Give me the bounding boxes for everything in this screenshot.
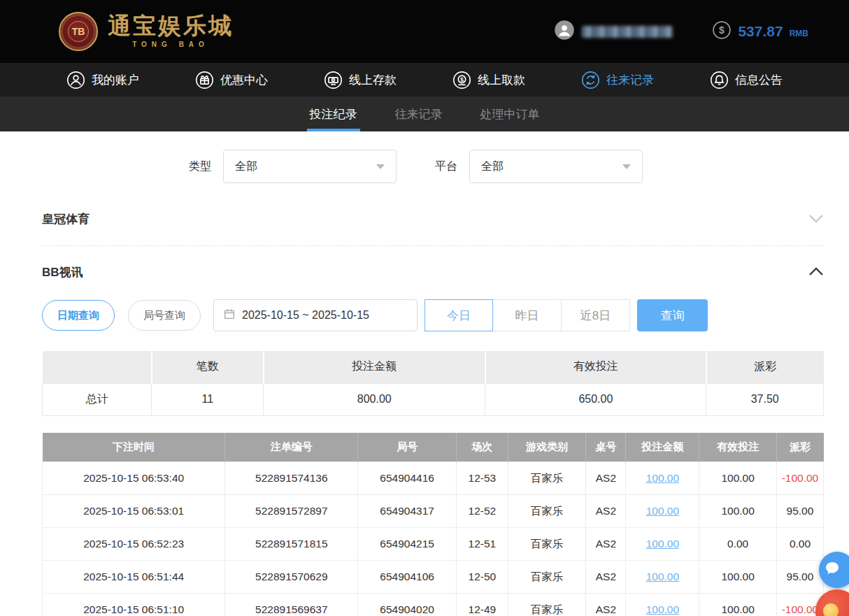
type-select-value: 全部 <box>235 159 257 174</box>
nav-item-label: 往来记录 <box>606 72 654 88</box>
bet-amount-link[interactable]: 100.00 <box>646 472 679 484</box>
nav-item-promotions[interactable]: 优惠中心 <box>195 71 268 89</box>
header-session: 场次 <box>457 433 508 462</box>
payout-value: 95.00 <box>787 505 814 517</box>
logo-title: 通宝娱乐城 <box>108 15 234 38</box>
payout-cell: 0.00 <box>776 528 823 561</box>
header-bet-amount: 投注金额 <box>626 433 699 462</box>
tab-transaction-records[interactable]: 往来记录 <box>392 96 445 131</box>
bet-time-cell: 2025-10-15 06:52:23 <box>43 528 225 561</box>
header-table-no: 桌号 <box>586 433 626 462</box>
tab-betting-records[interactable]: 投注纪录 <box>307 96 360 131</box>
today-button[interactable]: 今日 <box>424 299 493 331</box>
date-range-value: 2025-10-15 ~ 2025-10-15 <box>242 309 369 322</box>
bet-amount-link[interactable]: 100.00 <box>646 571 679 582</box>
betting-header-row: 下注时间 注单编号 局号 场次 游戏类别 桌号 投注金额 有效投注 派彩 <box>43 433 824 462</box>
platform-select-value: 全部 <box>481 159 504 174</box>
summary-header-valid-bet: 有效投注 <box>485 351 706 383</box>
section-bb-video[interactable]: BB视讯 <box>42 264 824 280</box>
balance[interactable]: $ 537.87 RMB <box>712 20 808 43</box>
summary-payout-value: 37.50 <box>706 383 824 415</box>
session-cell: 12-50 <box>457 561 508 594</box>
date-shortcut-group: 今日 昨日 近8日 <box>424 299 630 331</box>
nav-item-withdraw[interactable]: $ 线上取款 <box>452 71 525 89</box>
platform-select[interactable]: 全部 <box>469 150 643 183</box>
payout-cell: 95.00 <box>776 561 823 594</box>
section-crown-sports[interactable]: 皇冠体育 <box>42 211 824 246</box>
bet-time-cell: 2025-10-15 06:51:10 <box>43 594 225 616</box>
bet-id-cell: 522891570629 <box>225 561 358 594</box>
summary-valid-bet-value: 650.00 <box>485 383 706 415</box>
round-query-button[interactable]: 局号查询 <box>128 300 201 331</box>
coin-icon <box>823 603 839 616</box>
bet-amount-link[interactable]: 100.00 <box>646 505 679 517</box>
round-query-label: 局号查询 <box>143 309 185 322</box>
section-title: BB视讯 <box>42 264 83 280</box>
nav-item-my-account[interactable]: 我的账户 <box>66 71 139 89</box>
last8days-button[interactable]: 近8日 <box>562 299 630 331</box>
game-type-cell: 百家乐 <box>508 561 586 594</box>
date-query-label: 日期查询 <box>57 309 99 322</box>
session-cell: 12-52 <box>457 495 508 528</box>
yesterday-button[interactable]: 昨日 <box>493 299 562 331</box>
site-logo[interactable]: TB 通宝娱乐城 TONG BAO <box>59 12 234 51</box>
bet-amount-cell: 100.00 <box>626 528 699 561</box>
summary-total-row: 总计 11 800.00 650.00 37.50 <box>43 383 824 415</box>
main-nav: 我的账户 优惠中心 线上存款 $ 线上取款 往来记录 <box>0 63 849 96</box>
section-title: 皇冠体育 <box>42 211 90 227</box>
tab-processing-orders[interactable]: 处理中订单 <box>478 96 543 131</box>
svg-text:$: $ <box>720 24 725 36</box>
payout-value: 95.00 <box>787 571 814 582</box>
chat-float-button[interactable] <box>819 552 849 588</box>
valid-bet-cell: 0.00 <box>699 528 777 561</box>
nav-item-label: 线上存款 <box>349 72 397 88</box>
nav-item-transfer-records[interactable]: 往来记录 <box>581 71 654 89</box>
bet-id-cell: 522891572897 <box>225 495 358 528</box>
summary-header-empty <box>43 351 152 383</box>
dollar-icon: $ <box>712 20 732 43</box>
bet-time-cell: 2025-10-15 06:53:40 <box>43 462 225 495</box>
bet-time-cell: 2025-10-15 06:53:01 <box>43 495 225 528</box>
main-content: 类型 全部 平台 全部 皇冠体育 BB视讯 <box>0 150 849 616</box>
bet-amount-link[interactable]: 100.00 <box>646 538 679 550</box>
bet-amount-cell: 100.00 <box>626 495 699 528</box>
bell-icon <box>710 71 729 89</box>
bet-amount-cell: 100.00 <box>626 462 699 495</box>
valid-bet-cell: 100.00 <box>699 462 777 495</box>
bet-amount-link[interactable]: 100.00 <box>646 603 679 615</box>
nav-item-deposit[interactable]: 线上存款 <box>324 71 397 89</box>
search-button[interactable]: 查询 <box>637 299 708 331</box>
user-account[interactable] <box>554 20 673 43</box>
session-cell: 12-49 <box>457 594 508 616</box>
summary-header-bet-amount: 投注金额 <box>264 351 485 383</box>
round-id-cell: 654904215 <box>358 528 457 561</box>
table-no-cell: AS2 <box>586 495 626 528</box>
platform-filter-label: 平台 <box>435 159 457 174</box>
summary-bet-amount-value: 800.00 <box>264 383 485 415</box>
summary-header-payout: 派彩 <box>706 351 824 383</box>
valid-bet-cell: 100.00 <box>699 561 777 594</box>
bet-amount-cell: 100.00 <box>626 561 699 594</box>
page: TB 通宝娱乐城 TONG BAO $ 537.87 RMB <box>0 0 849 616</box>
type-select[interactable]: 全部 <box>223 150 397 183</box>
tab-label: 投注纪录 <box>310 106 357 122</box>
nav-item-announcements[interactable]: 信息公告 <box>710 71 783 89</box>
valid-bet-cell: 100.00 <box>699 495 777 528</box>
round-id-cell: 654904106 <box>358 561 457 594</box>
date-query-button[interactable]: 日期查询 <box>42 300 115 331</box>
filter-row: 类型 全部 平台 全部 <box>42 150 824 183</box>
svg-text:$: $ <box>460 76 464 83</box>
withdraw-icon: $ <box>452 71 471 89</box>
date-range-input[interactable]: 2025-10-15 ~ 2025-10-15 <box>213 299 418 331</box>
user-avatar-icon <box>554 20 575 43</box>
nav-item-label: 我的账户 <box>92 72 139 88</box>
round-id-cell: 654904317 <box>358 495 457 528</box>
summary-total-label: 总计 <box>43 383 152 415</box>
table-row: 2025-10-15 06:53:40 522891574136 6549044… <box>43 462 824 495</box>
valid-bet-cell: 100.00 <box>699 594 777 616</box>
game-type-cell: 百家乐 <box>508 462 586 495</box>
payout-value: -100.00 <box>782 603 819 615</box>
user-icon <box>66 71 85 89</box>
deposit-icon <box>324 71 343 89</box>
game-type-cell: 百家乐 <box>508 495 586 528</box>
